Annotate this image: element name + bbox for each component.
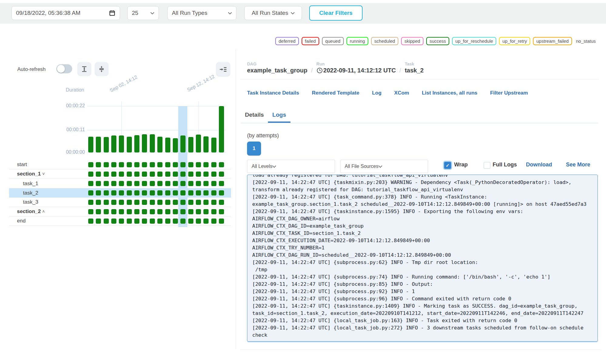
task-row-label-task_2[interactable]: task_2 (23, 190, 38, 196)
clear-filters-button[interactable]: Clear Filters (309, 5, 363, 21)
collapse-rows-button[interactable] (95, 62, 109, 76)
legend-state-success[interactable]: success (426, 37, 449, 45)
task-instance-square[interactable] (150, 209, 155, 214)
legend-state-skipped[interactable]: skipped (401, 37, 424, 45)
task-instance-square[interactable] (127, 200, 132, 205)
task-instance-square[interactable] (88, 181, 93, 186)
run-duration-bar[interactable] (134, 135, 139, 152)
run-duration-bar[interactable] (211, 138, 216, 152)
task-instance-square[interactable] (111, 190, 116, 195)
task-instance-square[interactable] (165, 219, 170, 224)
task-instance-square[interactable] (157, 219, 162, 224)
attempt-button-1[interactable]: 1 (247, 142, 261, 155)
task-instance-square[interactable] (127, 190, 132, 195)
auto-refresh-toggle[interactable] (56, 64, 72, 73)
link-log[interactable]: Log (372, 90, 381, 96)
wrap-checkbox[interactable]: ✓ (444, 162, 451, 169)
log-levels-select[interactable]: All Levels (247, 160, 335, 173)
task-instance-square[interactable] (104, 162, 109, 167)
task-instance-square[interactable] (134, 200, 139, 205)
run-duration-bar[interactable] (219, 106, 224, 152)
task-instance-square[interactable] (150, 219, 155, 224)
task-instance-square[interactable] (134, 190, 139, 195)
page-size-select[interactable]: 25 (127, 6, 159, 20)
run-duration-bar[interactable] (111, 135, 116, 152)
task-instance-square[interactable] (127, 181, 132, 186)
task-instance-square[interactable] (211, 172, 216, 177)
run-duration-bar[interactable] (196, 135, 201, 152)
task-instance-square[interactable] (127, 209, 132, 214)
task-instance-square[interactable] (142, 209, 147, 214)
see-more-link[interactable]: See More (566, 162, 590, 168)
task-instance-square[interactable] (111, 200, 116, 205)
task-instance-square[interactable] (96, 162, 101, 167)
task-instance-square[interactable] (211, 219, 216, 224)
task-row-label-end[interactable]: end (17, 218, 25, 224)
task-instance-square[interactable] (134, 181, 139, 186)
task-instance-square[interactable] (150, 162, 155, 167)
run-value-wrap[interactable]: 2022-09-11, 14:12:12 UTC (316, 66, 396, 74)
run-duration-bar[interactable] (173, 138, 178, 152)
task-instance-square[interactable] (119, 181, 124, 186)
task-instance-square[interactable] (211, 162, 216, 167)
task-instance-square[interactable] (203, 190, 209, 195)
run-duration-bar[interactable] (203, 136, 209, 152)
base-date-input[interactable]: 09/18/2022, 05:36:38 AM (12, 6, 120, 20)
task-instance-square[interactable] (165, 181, 170, 186)
run-duration-bar[interactable] (165, 138, 170, 152)
legend-state-up_for_reschedule[interactable]: up_for_reschedule (452, 37, 496, 45)
task-instance-square[interactable] (150, 200, 155, 205)
task-instance-square[interactable] (219, 181, 224, 186)
task-instance-square[interactable] (173, 172, 178, 177)
task-instance-square[interactable] (142, 181, 147, 186)
chevron-up-icon[interactable]: ˄ (42, 209, 45, 214)
task-instance-square[interactable] (119, 190, 124, 195)
task-instance-square[interactable] (203, 200, 209, 205)
task-instance-square[interactable] (203, 209, 209, 214)
task-instance-square[interactable] (96, 190, 101, 195)
task-instance-square[interactable] (219, 172, 224, 177)
task-instance-square[interactable] (165, 162, 170, 167)
task-instance-square[interactable] (127, 172, 132, 177)
task-instance-square[interactable] (180, 181, 186, 186)
legend-state-running[interactable]: running (347, 37, 368, 45)
task-row-label-start[interactable]: start (17, 162, 27, 168)
task-row-label-task_1[interactable]: task_1 (23, 181, 38, 187)
task-instance-square[interactable] (188, 219, 193, 224)
run-duration-bar[interactable] (96, 137, 101, 152)
task-instance-square[interactable] (119, 219, 124, 224)
run-duration-bar[interactable] (104, 137, 109, 152)
tab-details[interactable]: Details (241, 109, 268, 123)
task-instance-square[interactable] (127, 219, 132, 224)
task-instance-square[interactable] (104, 181, 109, 186)
link-xcom[interactable]: XCom (394, 90, 409, 96)
task-instance-square[interactable] (165, 172, 170, 177)
run-types-select[interactable]: All Run Types (167, 6, 236, 20)
task-instance-square[interactable] (142, 190, 147, 195)
run-duration-bar[interactable] (142, 134, 147, 152)
link-task-instance-details[interactable]: Task Instance Details (247, 90, 299, 96)
task-row-label-task_3[interactable]: task_3 (23, 199, 38, 205)
task-instance-square[interactable] (111, 209, 116, 214)
task-instance-square[interactable] (96, 200, 101, 205)
task-instance-square[interactable] (173, 209, 178, 214)
task-instance-square[interactable] (104, 190, 109, 195)
task-instance-square[interactable] (219, 162, 224, 167)
task-instance-square[interactable] (180, 190, 186, 195)
task-instance-square[interactable] (157, 200, 162, 205)
legend-state-failed[interactable]: failed (302, 37, 319, 45)
link-filter-upstream[interactable]: Filter Upstream (490, 90, 528, 96)
task-instance-square[interactable] (150, 172, 155, 177)
task-row-label-section_2[interactable]: section_2 (17, 209, 41, 215)
task-instance-square[interactable] (219, 209, 224, 214)
task-instance-square[interactable] (165, 209, 170, 214)
task-instance-square[interactable] (188, 162, 193, 167)
task-instance-square[interactable] (173, 181, 178, 186)
task-instance-square[interactable] (188, 190, 193, 195)
task-instance-square[interactable] (203, 172, 209, 177)
task-row-label-section_1[interactable]: section_1 (17, 171, 41, 177)
task-instance-square[interactable] (180, 172, 186, 177)
task-instance-square[interactable] (157, 162, 162, 167)
task-instance-square[interactable] (88, 200, 93, 205)
task-instance-square[interactable] (142, 219, 147, 224)
